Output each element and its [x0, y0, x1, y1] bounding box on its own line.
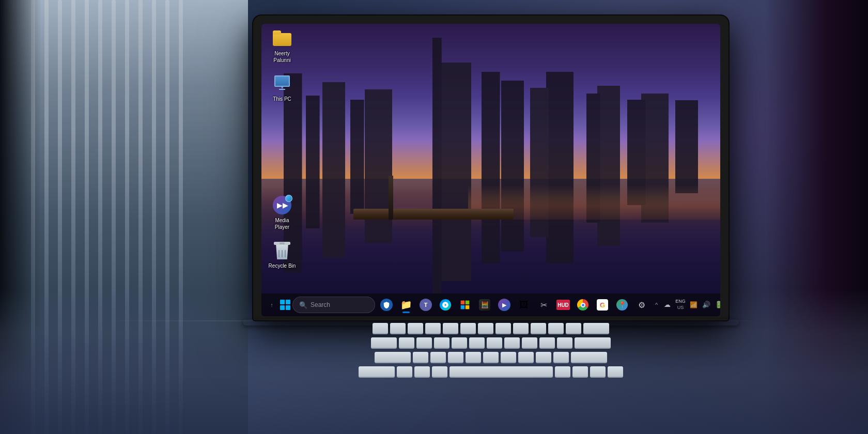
taskbar-app-calculator[interactable]: 🧮: [475, 296, 494, 314]
taskbar-app-chrome[interactable]: [574, 296, 592, 314]
laptop: Neerty Palunni This PC: [238, 16, 744, 419]
key: [553, 352, 569, 363]
svg-rect-0: [461, 301, 465, 305]
key: [531, 323, 546, 334]
key: [430, 352, 446, 363]
desktop-icons: Neerty Palunni This PC: [267, 29, 298, 270]
laptop-base: [238, 315, 744, 419]
keyboard-row-2: [253, 337, 729, 349]
screen-bezel: Neerty Palunni This PC: [253, 16, 729, 320]
key: [413, 352, 428, 363]
pc-icon: [273, 74, 291, 93]
search-icon: 🔍: [299, 301, 307, 309]
desktop-icon-this-pc[interactable]: This PC: [267, 74, 298, 103]
taskbar-app-google[interactable]: G: [593, 296, 612, 314]
key: [513, 323, 529, 334]
google-icon: G: [597, 299, 608, 311]
taskbar-app-edge[interactable]: [436, 296, 455, 314]
folder-label: Neerty Palunni: [267, 50, 298, 64]
recycle-bin-label: Recycle Bin: [267, 262, 298, 270]
media-taskbar-icon: ▶: [498, 299, 510, 311]
taskbar-app-photos[interactable]: 🖼: [515, 296, 533, 314]
start-button[interactable]: [280, 296, 290, 314]
desktop-wallpaper: Neerty Palunni This PC: [261, 24, 720, 316]
tray-volume[interactable]: 🔊: [701, 300, 711, 310]
taskbar-app-snip[interactable]: ✂: [534, 296, 553, 314]
store-icon: [459, 299, 471, 311]
search-bar[interactable]: 🔍 Search: [292, 297, 375, 313]
key: [359, 366, 395, 378]
language-indicator[interactable]: ENG US: [674, 299, 687, 311]
tray-cloud[interactable]: ☁: [662, 300, 672, 310]
calculator-icon: 🧮: [479, 299, 490, 311]
taskbar-app-maps[interactable]: 📍: [613, 296, 631, 314]
desktop-icon-recycle-bin[interactable]: Recycle Bin: [267, 241, 298, 270]
taskbar-app-settings[interactable]: ⚙: [632, 296, 651, 314]
keyboard-row-1: [253, 323, 729, 334]
media-player-label: Media Player: [267, 216, 298, 231]
tray-chevron[interactable]: ^: [653, 301, 660, 309]
key: [548, 323, 564, 334]
pier-walkway: [353, 209, 514, 220]
key: [425, 323, 441, 334]
pc-label: This PC: [271, 95, 293, 103]
maps-icon: 📍: [616, 299, 628, 311]
cloud-icon: ☁: [664, 301, 671, 308]
key: [416, 337, 432, 349]
svg-rect-1: [466, 301, 470, 305]
key: [448, 352, 463, 363]
key: [590, 366, 606, 378]
desktop-icon-media-player[interactable]: ▶ Media Player: [267, 196, 298, 231]
key: [575, 337, 611, 349]
pier: [353, 176, 514, 220]
taskbar-left: ↑: [266, 296, 278, 314]
key: [539, 337, 555, 349]
taskbar-app-hud[interactable]: HUD: [554, 296, 572, 314]
key: [536, 352, 551, 363]
key: [373, 323, 388, 334]
tray-network[interactable]: 📶: [689, 300, 699, 310]
key: [483, 352, 499, 363]
key: [572, 366, 588, 378]
key: [434, 337, 450, 349]
taskbar-app-media[interactable]: ▶: [495, 296, 514, 314]
keyboard-row-4: [253, 366, 729, 378]
key: [460, 323, 476, 334]
taskbar-app-teams[interactable]: T: [416, 296, 435, 314]
spacebar: [450, 366, 553, 378]
chrome-icon: [577, 299, 588, 311]
screen: Neerty Palunni This PC: [261, 24, 720, 316]
search-placeholder-text: Search: [311, 301, 330, 308]
photos-icon: 🖼: [519, 300, 529, 311]
windows-logo: [280, 300, 290, 310]
key: [487, 337, 502, 349]
key: [495, 323, 511, 334]
battery-icon: 🔋: [715, 301, 720, 308]
key: [608, 366, 623, 378]
recycle-bin-icon: [273, 241, 291, 260]
desktop-icon-folder[interactable]: Neerty Palunni: [267, 29, 298, 64]
key: [408, 323, 423, 334]
key: [557, 337, 572, 349]
edge-icon: [440, 299, 451, 311]
key: [399, 337, 414, 349]
key: [390, 323, 406, 334]
speaker-icon: 🔊: [702, 301, 710, 308]
key: [583, 323, 609, 334]
taskbar-app-bitwarden[interactable]: [377, 296, 396, 314]
taskbar-right: ^ ☁ ENG US 📶: [653, 298, 720, 312]
taskbar-app-store[interactable]: [456, 296, 474, 314]
key: [555, 366, 570, 378]
taskbar: ↑ 🔍 Sear: [261, 293, 720, 316]
key: [501, 352, 516, 363]
folder-icon: [273, 29, 291, 48]
tray-battery[interactable]: 🔋: [714, 300, 720, 310]
key: [522, 337, 537, 349]
taskbar-app-files[interactable]: 📁: [397, 296, 415, 314]
key: [518, 352, 534, 363]
chevron-icon: ^: [655, 302, 658, 308]
key: [504, 337, 520, 349]
city-skyline: [261, 24, 720, 316]
taskbar-action-left[interactable]: ↑: [266, 296, 278, 314]
media-player-icon: ▶: [273, 196, 291, 214]
